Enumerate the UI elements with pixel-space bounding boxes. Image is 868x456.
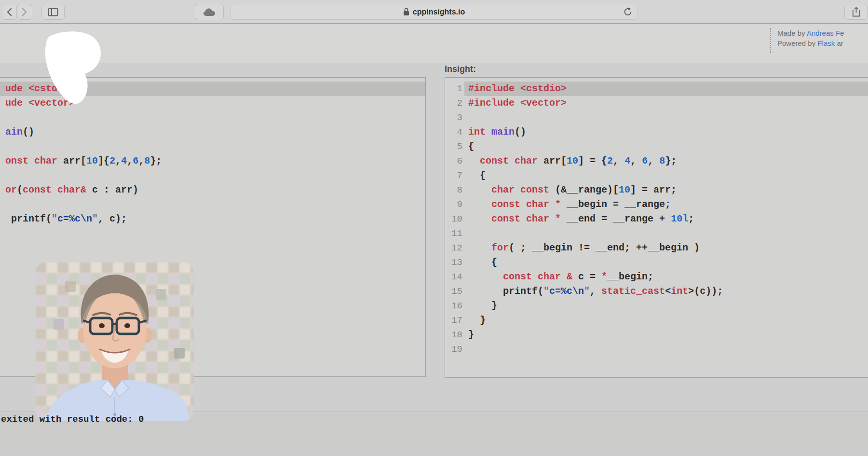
code-line: ude <vector> bbox=[0, 96, 425, 111]
code-text: char const (&__range)[10] = arr; bbox=[464, 183, 868, 197]
code-line: or(const char& c : arr) bbox=[0, 183, 425, 197]
code-text bbox=[464, 226, 868, 241]
code-text: ude <vector> bbox=[1, 97, 75, 109]
code-text: for( ; __begin != __end; ++__begin ) bbox=[464, 241, 868, 255]
chevron-right-icon bbox=[22, 8, 27, 16]
line-number: 16 bbox=[449, 299, 462, 313]
share-button[interactable] bbox=[844, 4, 868, 20]
code-line: printf("c=%c\n", c); bbox=[0, 212, 425, 226]
line-number: 4 bbox=[449, 125, 462, 139]
code-line: 2#include <vector> bbox=[445, 96, 868, 111]
code-line: 17 } bbox=[445, 313, 868, 328]
flask-link[interactable]: Flask bbox=[817, 39, 835, 47]
line-number: 18 bbox=[449, 328, 462, 342]
code-line: onst char arr[10]{2,4,6,8}; bbox=[0, 154, 425, 168]
code-text bbox=[464, 111, 868, 125]
line-number: 11 bbox=[449, 226, 462, 241]
sidebar-toggle-button[interactable] bbox=[41, 4, 65, 20]
line-number: 12 bbox=[449, 241, 462, 255]
forward-button[interactable] bbox=[17, 4, 32, 20]
insight-pane-label: Insight: bbox=[445, 64, 476, 74]
code-line: 7 { bbox=[445, 168, 868, 183]
url-text: cppinsights.io bbox=[413, 8, 465, 16]
insight-code: 1#include <cstdio>2#include <vector>3 4i… bbox=[445, 78, 868, 357]
code-line: 14 const char & c = *__begin; bbox=[445, 270, 868, 284]
source-code: ude <cstdio>ude <vector> ain() onst char… bbox=[0, 78, 425, 226]
code-line: 11 bbox=[445, 226, 868, 241]
line-number: 7 bbox=[449, 168, 462, 183]
credits-block: Made by Andreas Fe Powered by Flask ar bbox=[770, 28, 844, 53]
insight-output[interactable]: 1#include <cstdio>2#include <vector>3 4i… bbox=[445, 77, 868, 378]
code-line bbox=[0, 111, 425, 125]
line-number: 6 bbox=[449, 154, 462, 168]
code-line: 18} bbox=[445, 328, 868, 342]
code-line bbox=[0, 139, 425, 154]
code-text: or(const char& c : arr) bbox=[1, 184, 138, 195]
console-output: exited with result code: 0 bbox=[1, 414, 144, 425]
code-text bbox=[1, 199, 11, 210]
code-line: 8 char const (&__range)[10] = arr; bbox=[445, 183, 868, 197]
code-text: const char & c = *__begin; bbox=[464, 270, 868, 284]
code-line bbox=[0, 168, 425, 183]
code-text: { bbox=[464, 255, 868, 270]
author-photo bbox=[35, 262, 194, 421]
line-number: 5 bbox=[449, 139, 462, 154]
code-line bbox=[0, 197, 425, 212]
code-text: } bbox=[464, 313, 868, 328]
code-text: } bbox=[464, 299, 868, 313]
code-line: 6 const char arr[10] = {2, 4, 6, 8}; bbox=[445, 154, 868, 168]
portrait-image bbox=[35, 262, 194, 421]
line-number: 8 bbox=[449, 183, 462, 197]
cloud-icon bbox=[203, 8, 216, 16]
code-text: ude <cstdio> bbox=[1, 83, 75, 94]
code-text bbox=[464, 342, 868, 357]
code-text: const char * __end = __range + 10l; bbox=[464, 212, 868, 226]
back-button[interactable] bbox=[1, 4, 17, 20]
line-number: 9 bbox=[449, 197, 462, 212]
code-text: { bbox=[464, 139, 868, 154]
code-text: } bbox=[464, 328, 868, 342]
code-text: printf("c=%c\n", static_cast<int>(c)); bbox=[464, 284, 868, 299]
code-text: int main() bbox=[464, 125, 868, 139]
code-text: #include <cstdio> bbox=[464, 82, 868, 96]
made-by-line: Made by Andreas Fe bbox=[777, 28, 844, 38]
powered-by-line: Powered by Flask ar bbox=[777, 38, 844, 48]
line-number: 19 bbox=[449, 342, 462, 357]
lock-icon bbox=[403, 8, 409, 16]
line-number: 1 bbox=[449, 82, 462, 96]
app-toolbar bbox=[0, 24, 868, 63]
address-bar[interactable]: cppinsights.io bbox=[230, 4, 638, 20]
code-line: 4int main() bbox=[445, 125, 868, 139]
share-icon bbox=[852, 7, 860, 17]
code-line: 5{ bbox=[445, 139, 868, 154]
cloud-tabs-button[interactable] bbox=[195, 4, 224, 20]
code-line: 3 bbox=[445, 111, 868, 125]
code-line: ain() bbox=[0, 125, 425, 139]
code-text: ain() bbox=[1, 126, 34, 138]
code-line: 12 for( ; __begin != __end; ++__begin ) bbox=[445, 241, 868, 255]
sidebar-icon bbox=[48, 8, 58, 16]
code-line: 15 printf("c=%c\n", static_cast<int>(c))… bbox=[445, 284, 868, 299]
code-line: 1#include <cstdio> bbox=[445, 82, 868, 96]
code-line: 9 const char * __begin = __range; bbox=[445, 197, 868, 212]
reload-button[interactable] bbox=[623, 7, 633, 17]
code-text: onst char arr[10]{2,4,6,8}; bbox=[1, 155, 162, 166]
code-text bbox=[1, 141, 11, 152]
code-line: 13 { bbox=[445, 255, 868, 270]
chevron-left-icon bbox=[6, 8, 12, 16]
author-link[interactable]: Andreas Fe bbox=[807, 29, 844, 37]
code-text: printf("c=%c\n", c); bbox=[1, 213, 127, 224]
reload-icon bbox=[623, 7, 633, 17]
code-text: { bbox=[464, 168, 868, 183]
line-number: 10 bbox=[449, 212, 462, 226]
code-text: const char arr[10] = {2, 4, 6, 8}; bbox=[464, 154, 868, 168]
line-number: 14 bbox=[449, 270, 462, 284]
code-line: 19 bbox=[445, 342, 868, 357]
code-line: 10 const char * __end = __range + 10l; bbox=[445, 212, 868, 226]
line-number: 2 bbox=[449, 96, 462, 111]
code-line: ude <cstdio> bbox=[0, 82, 425, 96]
code-line: 16 } bbox=[445, 299, 868, 313]
browser-chrome: cppinsights.io bbox=[0, 0, 868, 24]
line-number: 17 bbox=[449, 313, 462, 328]
code-text: const char * __begin = __range; bbox=[464, 197, 868, 212]
